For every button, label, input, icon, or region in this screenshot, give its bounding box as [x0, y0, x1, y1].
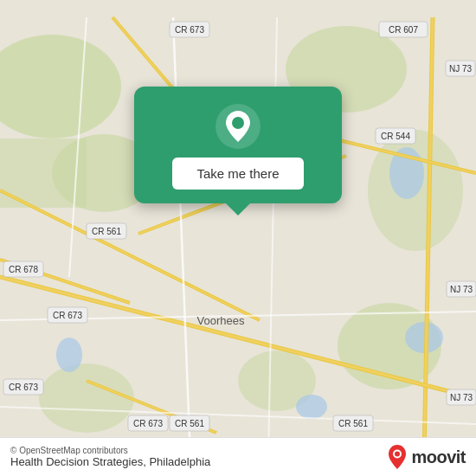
- svg-text:NJ 73: NJ 73: [450, 393, 473, 402]
- svg-text:CR 673: CR 673: [133, 419, 163, 428]
- svg-text:Voorhees: Voorhees: [197, 314, 245, 327]
- svg-text:CR 673: CR 673: [9, 383, 38, 392]
- svg-text:NJ 73: NJ 73: [449, 64, 473, 74]
- svg-text:CR 673: CR 673: [175, 25, 204, 35]
- bottom-bar: © OpenStreetMap contributors Health Deci…: [0, 437, 476, 476]
- svg-text:CR 561: CR 561: [175, 419, 204, 428]
- svg-text:CR 561: CR 561: [338, 419, 368, 428]
- bottom-left-info: © OpenStreetMap contributors Health Deci…: [10, 446, 210, 468]
- map-svg: CR 607 NJ 73 CR 673 CR 544 CR 561 CR 678…: [0, 0, 476, 476]
- location-pin-icon: [215, 104, 261, 149]
- svg-text:CR 544: CR 544: [381, 132, 410, 141]
- svg-text:CR 561: CR 561: [92, 227, 121, 236]
- svg-point-62: [232, 117, 244, 129]
- moovit-pin-icon: [387, 445, 408, 469]
- moovit-brand-text: moovit: [411, 447, 466, 467]
- svg-point-11: [296, 395, 327, 419]
- map-container: CR 607 NJ 73 CR 673 CR 544 CR 561 CR 678…: [0, 0, 476, 476]
- moovit-logo: moovit: [387, 445, 466, 469]
- take-me-there-button[interactable]: Take me there: [172, 158, 303, 190]
- popup-card: Take me there: [134, 87, 342, 203]
- location-text: Health Decision Strategies, Philadelphia: [10, 455, 210, 468]
- svg-point-12: [56, 338, 82, 372]
- osm-credit: © OpenStreetMap contributors: [10, 446, 210, 455]
- svg-text:CR 678: CR 678: [9, 265, 38, 274]
- svg-point-64: [395, 452, 400, 457]
- svg-text:CR 607: CR 607: [389, 25, 418, 35]
- svg-point-7: [39, 363, 134, 433]
- svg-text:CR 673: CR 673: [53, 311, 82, 320]
- svg-text:NJ 73: NJ 73: [450, 285, 473, 294]
